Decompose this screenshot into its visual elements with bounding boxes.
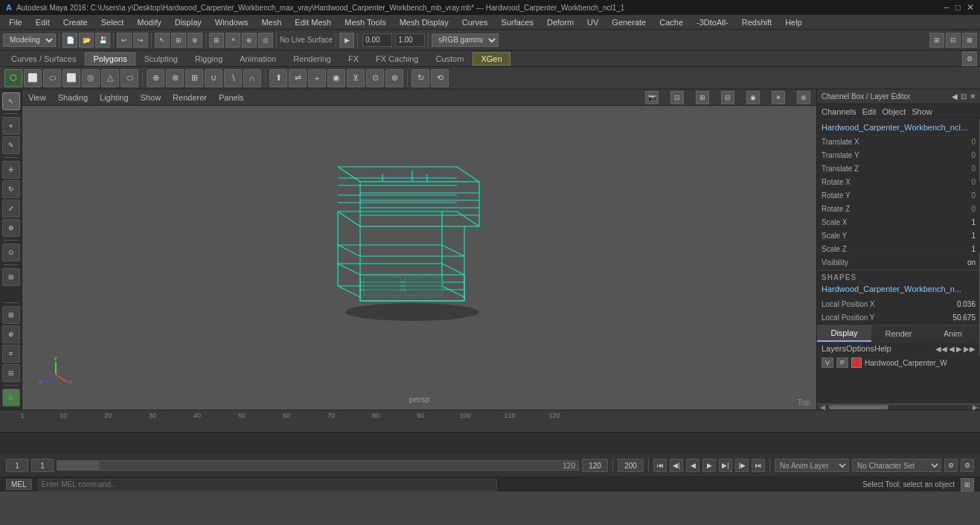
open-file-button[interactable]: 📂 (79, 33, 94, 48)
tab-animation[interactable]: Animation (231, 52, 284, 66)
character-set-select[interactable]: No Character Set (852, 459, 941, 472)
viewport-panel[interactable]: View Shading Lighting Show Renderer Pane… (22, 89, 816, 410)
tab-fx-caching[interactable]: FX Caching (368, 52, 426, 66)
poly-torus-button[interactable]: ◎ (82, 69, 100, 87)
goto-end-button[interactable]: ⏭ (752, 459, 765, 472)
bool-union-button[interactable]: ∪ (205, 69, 222, 87)
layer-name-label[interactable]: Hardwood_Carpenter_W (865, 359, 947, 367)
viewport-canvas[interactable]: X Y Z persp Top (22, 106, 816, 410)
hotbox-button[interactable]: ⌂ (2, 389, 20, 407)
translate-y-value[interactable]: 0 (938, 151, 976, 159)
status-settings-button[interactable]: ⊞ (961, 478, 974, 491)
scale-x-value[interactable]: 1 (938, 218, 976, 226)
panel-collapse-button[interactable]: ◀ (952, 92, 958, 101)
output-window-button[interactable]: ⊟ (2, 364, 20, 382)
layer-visibility-toggle[interactable]: V (822, 357, 833, 368)
menu-generate[interactable]: Generate (606, 16, 652, 28)
menu-windows[interactable]: Windows (209, 16, 254, 28)
play-button[interactable]: ▶ (702, 459, 716, 472)
minimize-button[interactable]: – (944, 2, 949, 13)
display-tab[interactable]: Display (817, 325, 871, 342)
gamma-selector[interactable]: sRGB gamma (432, 34, 499, 47)
show-manip-button[interactable]: ⊞ (2, 268, 20, 286)
mel-input[interactable] (38, 479, 497, 491)
menu-modify[interactable]: Modify (131, 16, 167, 28)
layers-help-menu[interactable]: Help (874, 344, 891, 353)
menu-cache[interactable]: Cache (653, 16, 689, 28)
menu-mesh-tools[interactable]: Mesh Tools (339, 16, 391, 28)
redo-button[interactable]: ↪ (133, 33, 148, 48)
tab-polygons[interactable]: Polygons (85, 52, 135, 66)
snap-view-button[interactable]: ◎ (258, 33, 273, 48)
combine-button[interactable]: ⊕ (147, 69, 164, 87)
field2-input[interactable] (395, 34, 425, 47)
vp-lighting-button[interactable]: ☀ (772, 91, 785, 104)
snap-point-button[interactable]: ⊕ (242, 33, 257, 48)
menu-create[interactable]: Create (57, 16, 94, 28)
object-menu[interactable]: Object (882, 107, 906, 116)
translate-x-value[interactable]: 0 (938, 138, 976, 146)
rotate-z-value[interactable]: 0 (938, 205, 976, 213)
select-tool-button[interactable]: ↖ (2, 92, 20, 110)
menu-file[interactable]: File (3, 16, 28, 28)
tab-rendering[interactable]: Rendering (285, 52, 339, 66)
tab-curves-surfaces[interactable]: Curves / Surfaces (3, 52, 84, 66)
select-button[interactable]: ↖ (155, 33, 170, 48)
poly-cylinder-button[interactable]: ⬭ (43, 69, 61, 87)
edit-menu[interactable]: Edit (862, 107, 876, 116)
visibility-value[interactable]: on (938, 258, 976, 267)
tab-fx[interactable]: FX (340, 52, 367, 66)
vp-perspective-button[interactable]: ⊡ (670, 91, 684, 104)
translate-z-value[interactable]: 0 (938, 165, 976, 173)
bool-diff-button[interactable]: ∖ (224, 69, 242, 87)
menu-surfaces[interactable]: Surfaces (496, 16, 539, 28)
layer-color-swatch[interactable] (851, 357, 862, 368)
step-forward-button[interactable]: |▶ (735, 459, 749, 472)
scale-y-value[interactable]: 1 (938, 232, 976, 240)
menu-edit[interactable]: Edit (30, 16, 56, 28)
step-back-button[interactable]: ◀| (670, 459, 683, 472)
playback-settings-button[interactable]: ⚙ (961, 459, 974, 472)
bool-inter-button[interactable]: ∩ (243, 69, 261, 87)
loop-button[interactable]: ↻ (411, 69, 429, 87)
tab-custom[interactable]: Custom (428, 52, 473, 66)
menu-select[interactable]: Select (95, 16, 130, 28)
move-tool-button[interactable]: ✛ (2, 161, 20, 179)
snap-grid-button[interactable]: ⊞ (209, 33, 224, 48)
layer-editor-button[interactable]: ≡ (2, 345, 20, 363)
layer-arrow-3[interactable]: ▶ (956, 345, 962, 353)
append-button[interactable]: + (308, 69, 326, 87)
scale-tool-button[interactable]: ⤢ (2, 200, 20, 217)
end-frame-input[interactable] (582, 459, 608, 472)
menu-display[interactable]: Display (169, 16, 208, 28)
render-view-button[interactable]: ▶ (339, 33, 354, 48)
lasso-tool-button[interactable]: ⌖ (2, 117, 20, 135)
tab-rigging[interactable]: Rigging (187, 52, 231, 66)
vp-smooth-button[interactable]: ◉ (746, 91, 760, 104)
panel-float-button[interactable]: ⊡ (961, 92, 967, 101)
offset-loop-button[interactable]: ⟲ (431, 69, 449, 87)
select-all-button[interactable]: ⊞ (171, 33, 186, 48)
viewport-menu-renderer[interactable]: Renderer (173, 93, 207, 102)
scrollbar-thumb[interactable] (829, 405, 888, 410)
menu-mesh-display[interactable]: Mesh Display (394, 16, 455, 28)
local-pos-y-value[interactable]: 50.675 (938, 314, 976, 322)
weld-button[interactable]: ⊙ (366, 69, 384, 87)
max-time-input[interactable] (618, 459, 644, 472)
rotate-tool-button[interactable]: ↻ (2, 180, 20, 198)
maximize-button[interactable]: □ (955, 2, 961, 13)
rotate-y-value[interactable]: 0 (938, 191, 976, 200)
snap-point-sidebar-button[interactable]: ⊕ (2, 325, 20, 343)
autokey-button[interactable]: ⚙ (944, 459, 958, 472)
panel-scrollbar[interactable]: ◀ ▶ (817, 404, 980, 410)
fill-button[interactable]: ◉ (327, 69, 345, 87)
layer-arrow-2[interactable]: ◀ (949, 345, 955, 353)
poly-pipe-button[interactable]: ⬭ (121, 69, 138, 87)
tab-xgen[interactable]: XGen (473, 52, 510, 66)
vp-wireframe-button[interactable]: ⊟ (721, 91, 734, 104)
snap-curve-button[interactable]: ⌖ (225, 33, 240, 48)
field1-input[interactable] (362, 34, 392, 47)
save-file-button[interactable]: 💾 (95, 33, 110, 48)
soft-mod-button[interactable]: ⊙ (2, 244, 20, 261)
shelf-settings-button[interactable]: ⚙ (962, 51, 977, 66)
